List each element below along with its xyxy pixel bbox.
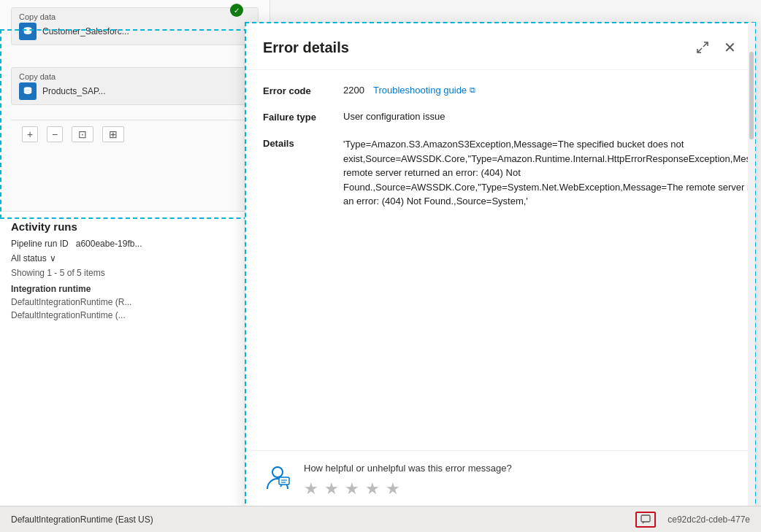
integration-runtime-label: Integration runtime [11, 284, 259, 294]
failure-type-label: Failure type [263, 111, 343, 123]
star-4[interactable]: ★ [365, 479, 380, 498]
details-label: Details [263, 137, 343, 149]
pipeline-run-label: Pipeline run ID [11, 239, 69, 249]
scrollbar[interactable] [748, 23, 755, 510]
runtime-value-1: DefaultIntegrationRuntime (R... [11, 297, 259, 307]
error-code-row: Error code 2200 Troubleshooting guide ⧉ [263, 85, 738, 96]
zoom-plus-button[interactable]: + [22, 126, 38, 142]
activity-runs-section: Activity runs Pipeline run ID a600eabe-1… [0, 212, 269, 329]
error-code-label: Error code [263, 85, 343, 96]
svg-line-3 [697, 48, 702, 53]
runtime-value-2: DefaultIntegrationRuntime (... [11, 310, 259, 320]
chevron-down-icon: ∨ [50, 253, 56, 263]
bottom-run-id: ce92dc2d-cdeb-477e [668, 514, 750, 525]
bottom-runtime-text: DefaultIntegrationRuntime (East US) [11, 514, 630, 525]
star-2[interactable]: ★ [324, 479, 339, 498]
copy-data-label-2: Copy data [19, 72, 56, 81]
bottom-bar: DefaultIntegrationRuntime (East US) ce92… [0, 506, 761, 532]
star-5[interactable]: ★ [386, 479, 400, 498]
copy-data-node-2[interactable]: Copy data Products_SAP... [11, 67, 259, 105]
pipeline-area: Copy data Customer_Salesforc... ✓ Copy d… [0, 0, 269, 212]
close-icon: ✕ [724, 39, 736, 56]
showing-items-text: Showing 1 - 5 of 5 items [11, 268, 259, 278]
feedback-content: How helpful or unhelpful was this error … [304, 463, 738, 498]
svg-rect-5 [279, 477, 289, 485]
zoom-fit-button[interactable]: ⊡ [72, 126, 93, 142]
star-rating: ★ ★ ★ ★ ★ [304, 479, 738, 498]
close-button[interactable]: ✕ [722, 37, 738, 58]
troubleshoot-label: Troubleshooting guide [373, 85, 467, 96]
svg-point-1 [24, 87, 32, 90]
copy-data-node-1[interactable]: Copy data Customer_Salesforc... ✓ [11, 7, 259, 45]
bottom-chat-button[interactable] [635, 512, 656, 528]
scrollbar-thumb [749, 52, 754, 139]
svg-rect-8 [641, 515, 650, 522]
star-1[interactable]: ★ [304, 479, 318, 498]
feedback-question: How helpful or unhelpful was this error … [304, 463, 738, 474]
db-icon-2 [19, 82, 37, 100]
feedback-section: How helpful or unhelpful was this error … [245, 450, 755, 510]
zoom-expand-button[interactable]: ⊞ [102, 126, 124, 142]
failure-type-value: User configuration issue [343, 111, 738, 122]
pipeline-run-field: Pipeline run ID a600eabe-19fb... [11, 239, 259, 249]
success-badge-1: ✓ [230, 4, 243, 17]
node-name-2: Products_SAP... [42, 86, 106, 96]
activity-runs-title: Activity runs [11, 220, 259, 233]
failure-type-row: Failure type User configuration issue [263, 111, 738, 123]
zoom-minus-button[interactable]: − [47, 126, 63, 142]
star-3[interactable]: ★ [345, 479, 359, 498]
copy-data-label-1: Copy data [19, 12, 56, 21]
left-panel: Copy data Customer_Salesforc... ✓ Copy d… [0, 0, 270, 532]
svg-line-2 [703, 42, 708, 47]
panel-header: Error details ✕ [245, 23, 755, 70]
status-dropdown[interactable]: All status ∨ [11, 253, 259, 263]
details-value: 'Type=Amazon.S3.AmazonS3Exception,Messag… [343, 137, 755, 209]
expand-button[interactable] [695, 37, 711, 58]
details-row: Details 'Type=Amazon.S3.AmazonS3Exceptio… [263, 137, 738, 209]
panel-content: Error code 2200 Troubleshooting guide ⧉ … [245, 70, 755, 450]
error-code-number: 2200 [343, 85, 364, 96]
pipeline-run-value: a600eabe-19fb... [76, 239, 142, 249]
svg-point-4 [272, 467, 283, 477]
panel-actions: ✕ [695, 37, 738, 58]
svg-point-0 [24, 27, 32, 30]
zoom-controls: + − ⊡ ⊞ [11, 120, 259, 148]
status-label: All status [11, 253, 47, 263]
error-code-value-container: 2200 Troubleshooting guide ⧉ [343, 85, 738, 96]
feedback-avatar-icon [263, 463, 292, 492]
db-icon-1 [19, 23, 37, 40]
troubleshoot-link[interactable]: Troubleshooting guide ⧉ [373, 85, 475, 96]
node-name-1: Customer_Salesforc... [42, 26, 129, 36]
error-details-panel: Error details ✕ Error code 2200 [245, 22, 756, 511]
panel-title: Error details [263, 39, 349, 56]
external-link-icon: ⧉ [470, 85, 475, 95]
